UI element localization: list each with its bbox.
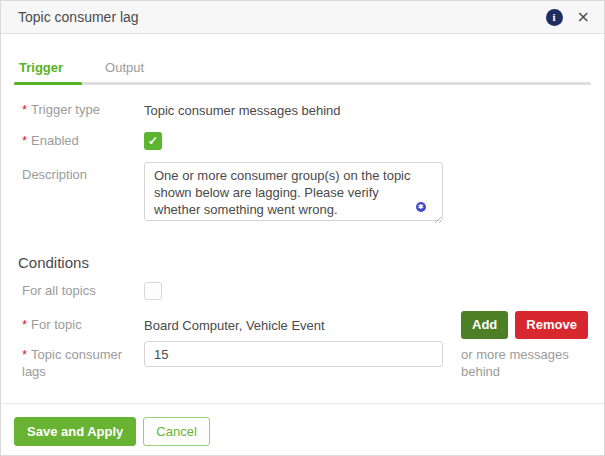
field-row-description: Description One or more consumer group(s…	[14, 162, 591, 225]
insert-variable-icon[interactable]: ✱	[416, 202, 426, 212]
description-textarea[interactable]: One or more consumer group(s) on the top…	[144, 162, 443, 221]
trigger-type-value: Topic consumer messages behind	[144, 103, 341, 118]
conditions-section: For all topics *For topic Board Computer…	[1, 271, 604, 380]
dialog-footer: Save and Apply Cancel	[1, 403, 604, 455]
field-row-for-all-topics: For all topics	[14, 282, 591, 300]
required-marker: *	[22, 133, 27, 148]
checkmark-icon: ✓	[148, 135, 158, 147]
topic-consumer-lags-input[interactable]	[144, 341, 443, 367]
tab-bar: Trigger Output	[14, 60, 591, 85]
topic-consumer-lags-label: *Topic consumer lags	[14, 341, 144, 380]
close-icon[interactable]: ×	[577, 9, 590, 25]
tab-underline-track	[14, 82, 591, 85]
for-all-topics-label: For all topics	[14, 282, 144, 300]
field-row-enabled: *Enabled ✓	[14, 132, 591, 150]
tab-output[interactable]: Output	[105, 60, 144, 82]
tab-underline-active	[14, 82, 82, 85]
add-topic-button[interactable]: Add	[461, 311, 508, 339]
field-row-trigger-type: *Trigger type Topic consumer messages be…	[14, 101, 591, 119]
lag-suffix-text: or more messages behind	[461, 341, 586, 380]
trigger-form: *Trigger type Topic consumer messages be…	[1, 101, 604, 225]
info-icon[interactable]: i	[546, 9, 563, 26]
enabled-checkbox[interactable]: ✓	[144, 132, 162, 150]
cancel-button[interactable]: Cancel	[143, 417, 209, 446]
for-all-topics-checkbox[interactable]	[144, 282, 162, 300]
for-topic-value: Board Computer, Vehicle Event	[144, 318, 325, 333]
save-and-apply-button[interactable]: Save and Apply	[14, 417, 136, 446]
description-label: Description	[14, 162, 144, 183]
required-marker: *	[22, 102, 27, 117]
remove-topic-button[interactable]: Remove	[515, 311, 588, 339]
field-row-topic-consumer-lags: *Topic consumer lags or more messages be…	[14, 341, 591, 380]
dialog-title: Topic consumer lag	[18, 9, 139, 25]
for-topic-label: *For topic	[14, 316, 144, 333]
conditions-heading: Conditions	[1, 254, 604, 271]
enabled-label: *Enabled	[14, 132, 144, 150]
dialog-header: Topic consumer lag i ×	[1, 1, 604, 34]
field-row-for-topic: *For topic Board Computer, Vehicle Event…	[14, 310, 591, 339]
required-marker: *	[22, 317, 27, 332]
header-actions: i ×	[546, 9, 590, 26]
topic-consumer-lag-dialog: Topic consumer lag i × Trigger Output *T…	[0, 0, 605, 456]
trigger-type-label: *Trigger type	[14, 101, 144, 118]
required-marker: *	[22, 347, 27, 362]
tab-trigger[interactable]: Trigger	[19, 60, 63, 82]
